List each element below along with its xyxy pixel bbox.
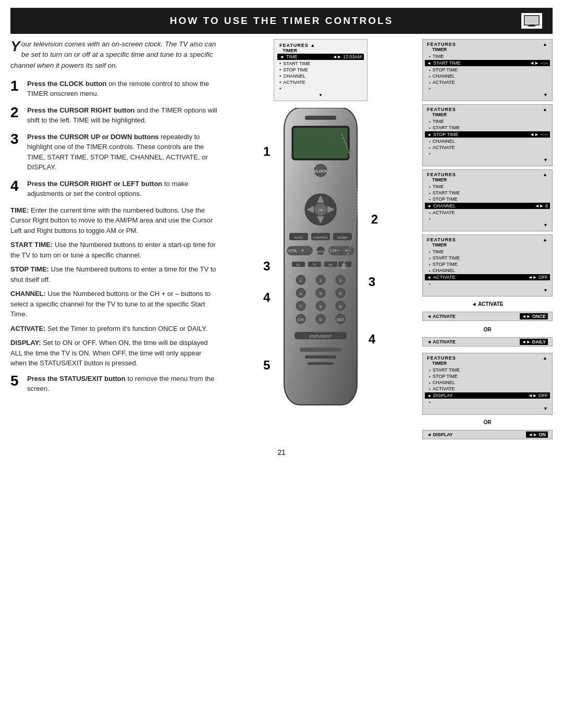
bracket-arrow xyxy=(336,129,378,275)
svg-text:ENT: ENT xyxy=(337,318,345,322)
main-content: Y our television comes with an on-screen… xyxy=(0,39,563,440)
step-3-number: 3 xyxy=(10,132,23,172)
step-1-text: Press the CLOCK button on the remote con… xyxy=(27,79,219,99)
svg-rect-68 xyxy=(300,348,341,352)
panel4-item-channel: •CHANNEL xyxy=(427,267,548,274)
display-panel-timer: TIMER xyxy=(432,361,548,366)
header-icon xyxy=(521,13,542,29)
panel2-item-activate: •ACTIVATE xyxy=(427,144,548,151)
step-1-number: 1 xyxy=(10,79,23,99)
panel1-item-channel: •CHANNEL xyxy=(427,73,548,79)
display-on-label: ◄ DISPLAY xyxy=(427,432,453,437)
panel2-item-blank: • xyxy=(427,151,548,156)
display-panel-activate: •ACTIVATE xyxy=(427,386,548,392)
panel2-item-stop: ◄STOP TIME ◄► --:-- xyxy=(425,131,550,138)
activate-daily-value: ◄► DAILY xyxy=(520,339,548,345)
screen-item-blank: • xyxy=(279,85,362,92)
remote-area: 1 2 3 3 4 4 5 xyxy=(263,108,378,410)
panel4-item-stop: •STOP TIME xyxy=(427,261,548,267)
panel3-timer: TIMER xyxy=(432,177,548,182)
panel3-item-time: •TIME xyxy=(427,183,548,190)
activate-daily-label: ◄ ACTIVATE xyxy=(427,339,456,344)
panel2-features: FEATURES ▲ xyxy=(427,107,548,112)
left-column: Y our television comes with an on-screen… xyxy=(10,39,219,440)
menu-panel-3: FEATURES ▲ TIMER •TIME •START TIME •STOP… xyxy=(422,169,553,231)
step-2-text: Press the CURSOR RIGHT button and the TI… xyxy=(27,105,219,126)
display-panel-down: ▼ xyxy=(427,406,548,411)
svg-text:CLOCK: CLOCK xyxy=(314,169,327,173)
panel2-down: ▼ xyxy=(427,157,548,163)
step-2: 2 Press the CURSOR RIGHT button and the … xyxy=(10,105,219,126)
svg-text:6: 6 xyxy=(339,291,342,296)
display-on-bar: ◄ DISPLAY ◄► ON xyxy=(422,430,553,439)
svg-text:OK: OK xyxy=(318,208,323,212)
panel1-features: FEATURES ▲ xyxy=(427,42,548,47)
panel3-item-blank: • xyxy=(427,216,548,221)
svg-text:+: + xyxy=(301,247,304,253)
panel3-item-activate: •ACTIVATE xyxy=(427,209,548,216)
activate-once-value: ◄► ONCE xyxy=(520,313,548,319)
svg-rect-1 xyxy=(525,17,538,24)
screen-item-activate: •ACTIVATE xyxy=(279,79,362,85)
step-3-bold: Press the CURSOR UP or DOWN buttons xyxy=(27,133,159,141)
panel1-item-stop: •STOP TIME xyxy=(427,67,548,73)
big-letter-y: Y xyxy=(10,39,20,54)
panel1-item-start: ◄START TIME ◄► --:-- xyxy=(425,60,550,66)
svg-rect-69 xyxy=(305,355,336,359)
step-3: 3 Press the CURSOR UP or DOWN buttons re… xyxy=(10,132,219,172)
page-container: HOW TO USE THE TIMER CONTROLS Y our tele… xyxy=(0,8,563,456)
panel3-item-stop: •STOP TIME xyxy=(427,196,548,202)
svg-text:3: 3 xyxy=(339,278,342,283)
display-on-value: ◄► ON xyxy=(526,431,548,438)
panel1-down: ▼ xyxy=(427,92,548,97)
descriptions: TIME: Enter the current time with the nu… xyxy=(10,205,219,368)
panel3-down: ▼ xyxy=(427,223,548,228)
panel2-item-channel: •CHANNEL xyxy=(427,138,548,144)
panel4-down: ▼ xyxy=(427,288,548,293)
or-label-3: OR xyxy=(422,419,553,425)
activate-daily-bar: ◄ ACTIVATE ◄► DAILY xyxy=(422,337,553,347)
intro-text: our television comes with an on-screen c… xyxy=(10,40,216,69)
page-number: 21 xyxy=(0,448,563,456)
step-4-number: 4 xyxy=(10,179,23,199)
first-screen-features: FEATURES ▲ xyxy=(279,43,315,48)
activate-once-label: ◄ ACTIVATE xyxy=(427,314,456,319)
menu-panel-4: FEATURES ▲ TIMER •TIME •START TIME •STOP… xyxy=(422,235,553,297)
svg-text:8: 8 xyxy=(320,304,322,309)
svg-text:−: − xyxy=(293,247,297,253)
panel4-item-blank: • xyxy=(427,281,548,287)
panel4-item-start: •START TIME xyxy=(427,255,548,261)
svg-text:5: 5 xyxy=(320,291,322,296)
panel4-item-time: •TIME xyxy=(427,249,548,255)
screen-item-time: ◄ TIME ◄► 12:03AM xyxy=(277,54,364,60)
or-label-2: OR xyxy=(422,327,553,332)
svg-text:AUTO: AUTO xyxy=(295,236,303,239)
first-screen-timer: TIMER xyxy=(283,48,362,53)
menu-panel-1: FEATURES ▲ TIMER •TIME ◄START TIME ◄► --… xyxy=(422,39,553,101)
svg-text:CH: CH xyxy=(329,248,336,253)
svg-text:1: 1 xyxy=(300,278,302,283)
svg-text:TV: TV xyxy=(313,263,316,266)
svg-text:MUTE: MUTE xyxy=(316,250,325,253)
svg-text:0: 0 xyxy=(320,317,322,322)
intro-paragraph: Y our television comes with an on-screen… xyxy=(10,39,219,71)
step-5-number: 5 xyxy=(10,374,23,394)
svg-text:4: 4 xyxy=(300,291,302,296)
step-4-bold: Press the CURSOR RIGHT or LEFT button xyxy=(27,180,162,188)
remote-step-4-right: 4 xyxy=(369,332,375,347)
svg-marker-71 xyxy=(340,262,347,269)
panel1-item-activate: •ACTIVATE xyxy=(427,79,548,85)
display-panel-blank: • xyxy=(427,399,548,405)
display-panel-stop: •STOP TIME xyxy=(427,373,548,379)
panel2-timer: TIMER xyxy=(432,112,548,117)
svg-rect-70 xyxy=(308,362,334,365)
svg-text:CH/: CH/ xyxy=(298,318,304,322)
panel4-timer: TIMER xyxy=(432,242,548,248)
desc-activate-text: Set the Timer to preform it's function O… xyxy=(47,325,207,332)
desc-stop-bold: STOP TIME: xyxy=(10,265,49,273)
desc-display-bold: DISPLAY: xyxy=(10,339,41,347)
step-4-text: Press the CURSOR RIGHT or LEFT button to… xyxy=(27,179,219,199)
page-title: HOW TO USE THE TIMER CONTROLS xyxy=(42,15,521,27)
svg-text:PC: PC xyxy=(297,263,300,266)
desc-stop-time: STOP TIME: Use the Numbered buttons to e… xyxy=(10,264,219,285)
